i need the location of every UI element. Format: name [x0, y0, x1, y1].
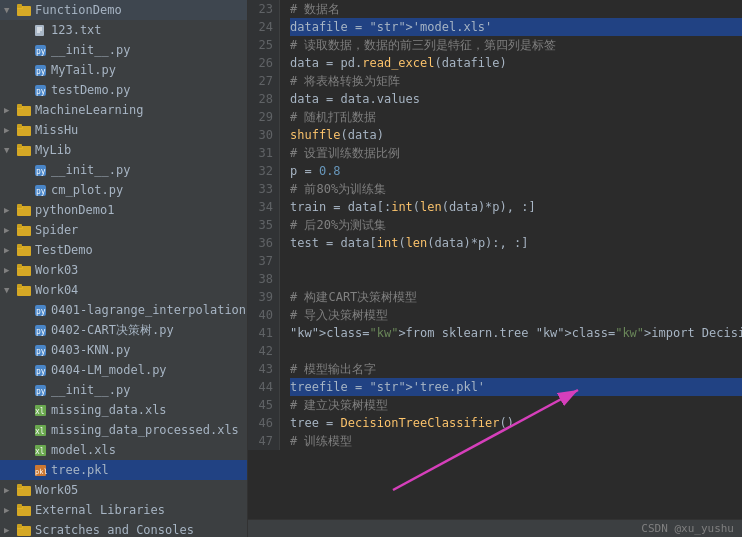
line-number: 29	[248, 108, 273, 126]
line-number: 23	[248, 0, 273, 18]
watermark: CSDN @xu_yushu	[641, 522, 734, 535]
svg-rect-21	[17, 144, 22, 148]
tree-item[interactable]: ▼Work04	[0, 280, 247, 300]
svg-text:py: py	[36, 347, 46, 356]
code-line: # 读取数据，数据的前三列是特征，第四列是标签	[290, 36, 742, 54]
svg-rect-15	[17, 104, 22, 108]
tree-item[interactable]: py__init__.py	[0, 160, 247, 180]
tree-item[interactable]: py__init__.py	[0, 380, 247, 400]
line-number: 37	[248, 252, 273, 270]
line-number: 30	[248, 126, 273, 144]
tree-expand-arrow: ▶	[4, 245, 16, 255]
svg-text:py: py	[36, 167, 46, 176]
tree-item[interactable]: ▶MachineLearning	[0, 100, 247, 120]
tree-item[interactable]: pytestDemo.py	[0, 80, 247, 100]
tree-item[interactable]: ▶Scratches and Consoles	[0, 520, 247, 537]
line-number: 35	[248, 216, 273, 234]
tree-expand-arrow: ▶	[4, 485, 16, 495]
code-line: tree = DecisionTreeClassifier()	[290, 414, 742, 432]
code-line	[290, 342, 742, 360]
tree-item[interactable]: py0401-lagrange_interpolation.py	[0, 300, 247, 320]
code-line: "kw">class="kw">from sklearn.tree "kw">c…	[290, 324, 742, 342]
file-icon	[16, 242, 32, 258]
line-number: 28	[248, 90, 273, 108]
file-icon: py	[32, 42, 48, 58]
line-number: 45	[248, 396, 273, 414]
svg-rect-18	[17, 124, 22, 128]
tree-item[interactable]: xlmodel.xls	[0, 440, 247, 460]
tree-expand-arrow: ▶	[4, 105, 16, 115]
tree-item[interactable]: ▶MissHu	[0, 120, 247, 140]
code-line: data = pd.read_excel(datafile)	[290, 54, 742, 72]
tree-item[interactable]: ▶Work05	[0, 480, 247, 500]
tree-item[interactable]: ▶Work03	[0, 260, 247, 280]
tree-item[interactable]: pycm_plot.py	[0, 180, 247, 200]
file-icon	[16, 502, 32, 518]
code-line: # 构建CART决策树模型	[290, 288, 742, 306]
code-line: # 随机打乱数据	[290, 108, 742, 126]
file-label: Spider	[35, 223, 78, 237]
tree-expand-arrow: ▼	[4, 5, 16, 15]
file-label: __init__.py	[51, 43, 130, 57]
code-line: data = data.values	[290, 90, 742, 108]
file-label: 0404-LM_model.py	[51, 363, 167, 377]
code-line: test = data[int(len(data)*p):, :]	[290, 234, 742, 252]
code-editor: 2324252627282930313233343536373839404142…	[248, 0, 742, 537]
line-number: 41	[248, 324, 273, 342]
file-icon: py	[32, 162, 48, 178]
file-label: 0401-lagrange_interpolation.py	[51, 303, 248, 317]
tree-item[interactable]: pyMyTail.py	[0, 60, 247, 80]
code-line: treefile = "str">'tree.pkl'	[290, 378, 742, 396]
file-label: 123.txt	[51, 23, 102, 37]
code-line: # 设置训练数据比例	[290, 144, 742, 162]
tree-item[interactable]: 123.txt	[0, 20, 247, 40]
svg-text:py: py	[36, 67, 46, 76]
file-label: 0402-CART决策树.py	[51, 322, 174, 339]
file-label: 0403-KNN.py	[51, 343, 130, 357]
file-icon	[16, 482, 32, 498]
tree-item[interactable]: ▶TestDemo	[0, 240, 247, 260]
file-icon	[16, 202, 32, 218]
file-icon: py	[32, 382, 48, 398]
line-number: 36	[248, 234, 273, 252]
file-label: MyLib	[35, 143, 71, 157]
file-icon	[16, 122, 32, 138]
svg-rect-37	[17, 264, 22, 268]
file-tree[interactable]: ▼FunctionDemo123.txtpy__init__.pypyMyTai…	[0, 0, 248, 537]
file-label: MissHu	[35, 123, 78, 137]
file-label: Work03	[35, 263, 78, 277]
file-icon: py	[32, 82, 48, 98]
tree-item[interactable]: py__init__.py	[0, 40, 247, 60]
tree-item[interactable]: xlmissing_data_processed.xls	[0, 420, 247, 440]
file-label: missing_data_processed.xls	[51, 423, 239, 437]
tree-item[interactable]: py0404-LM_model.py	[0, 360, 247, 380]
line-number: 39	[248, 288, 273, 306]
svg-text:xl: xl	[35, 407, 45, 416]
tree-item[interactable]: ▼MyLib	[0, 140, 247, 160]
tree-item[interactable]: xlmissing_data.xls	[0, 400, 247, 420]
file-icon: py	[32, 322, 48, 338]
code-line: # 前80%为训练集	[290, 180, 742, 198]
line-number: 27	[248, 72, 273, 90]
line-number: 25	[248, 36, 273, 54]
svg-text:py: py	[36, 327, 46, 336]
svg-text:py: py	[36, 187, 46, 196]
tree-item[interactable]: py0402-CART决策树.py	[0, 320, 247, 340]
tree-item[interactable]: ▼FunctionDemo	[0, 0, 247, 20]
tree-item[interactable]: pkltree.pkl	[0, 460, 247, 480]
tree-item[interactable]: py0403-KNN.py	[0, 340, 247, 360]
svg-text:xl: xl	[35, 427, 45, 436]
code-content[interactable]: # 数据名datafile = "str">'model.xls'# 读取数据，…	[280, 0, 742, 450]
file-icon	[16, 522, 32, 537]
file-label: model.xls	[51, 443, 116, 457]
svg-text:py: py	[36, 87, 46, 96]
tree-item[interactable]: ▶Spider	[0, 220, 247, 240]
file-icon: py	[32, 182, 48, 198]
file-label: missing_data.xls	[51, 403, 167, 417]
line-number: 44	[248, 378, 273, 396]
line-numbers: 2324252627282930313233343536373839404142…	[248, 0, 280, 450]
line-number: 26	[248, 54, 273, 72]
code-line: p = 0.8	[290, 162, 742, 180]
tree-item[interactable]: ▶External Libraries	[0, 500, 247, 520]
tree-item[interactable]: ▶pythonDemo1	[0, 200, 247, 220]
